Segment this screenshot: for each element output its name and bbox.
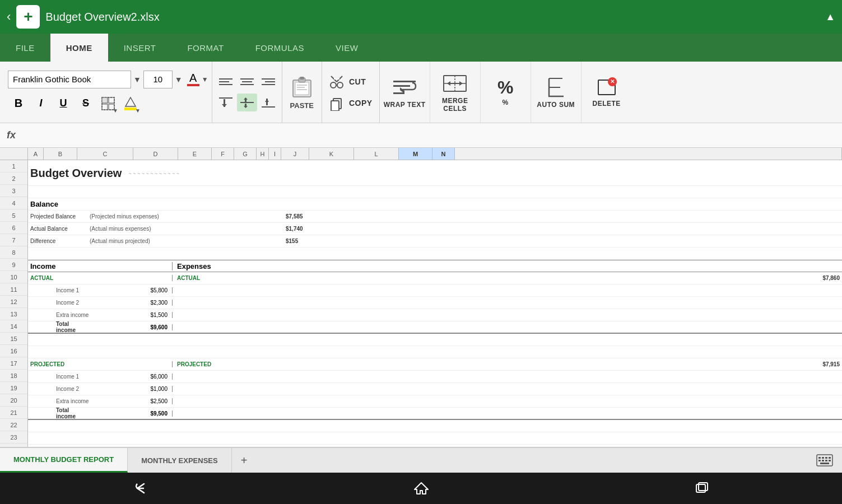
- col-header-I[interactable]: I: [269, 148, 281, 160]
- align-row-top: [216, 73, 278, 91]
- col-header-D[interactable]: D: [133, 148, 178, 160]
- add-sheet-button[interactable]: +: [232, 448, 257, 473]
- align-middle-button[interactable]: [237, 94, 257, 111]
- tab-monthly-budget-report[interactable]: MONTHLY BUDGET REPORT: [0, 448, 128, 473]
- col-header-B[interactable]: B: [44, 148, 77, 160]
- row-number-8: 8: [0, 246, 27, 259]
- row-empty-2: [28, 346, 842, 358]
- recent-nav-button[interactable]: [685, 477, 719, 500]
- svg-marker-18: [222, 104, 227, 107]
- col-header-N[interactable]: N: [432, 148, 455, 160]
- menu-insert[interactable]: INSERT: [108, 34, 172, 62]
- keyboard-button[interactable]: [807, 448, 842, 473]
- bold-button[interactable]: B: [8, 93, 29, 114]
- svg-rect-1: [102, 97, 108, 103]
- menu-view[interactable]: VIEW: [320, 34, 374, 62]
- col-header-F[interactable]: F: [212, 148, 234, 160]
- row-number-16: 16: [0, 345, 27, 357]
- spreadsheet-area: A B C D E F G H I J K L M N 123456789101…: [0, 148, 842, 447]
- formula-input[interactable]: [21, 127, 835, 144]
- col-header-C[interactable]: C: [77, 148, 133, 160]
- col-header-E[interactable]: E: [178, 148, 212, 160]
- cut-button[interactable]: CUT: [327, 73, 375, 91]
- font-name-row: Franklin Gothic Book ▼ 10 ▼ A ▼: [8, 71, 208, 88]
- corner-cell: [0, 148, 28, 160]
- col-header-J[interactable]: J: [281, 148, 309, 160]
- col-header-G[interactable]: G: [234, 148, 257, 160]
- back-nav-button[interactable]: [124, 477, 157, 500]
- align-top-button[interactable]: [216, 94, 236, 111]
- row-projected: PROJECTED PROJECTED $7,915: [28, 358, 842, 371]
- font-size-dropdown-icon[interactable]: ▼: [175, 75, 183, 84]
- row-number-4: 4: [0, 197, 27, 209]
- wrap-text-button[interactable]: WRAP TEXT: [380, 62, 430, 123]
- row-number-23: 23: [0, 431, 27, 444]
- col-header-A[interactable]: A: [28, 148, 44, 160]
- italic-button[interactable]: I: [30, 93, 52, 114]
- merge-cells-button[interactable]: MERGE CELLS: [430, 62, 481, 123]
- align-right-button[interactable]: [258, 73, 278, 91]
- delete-button[interactable]: ✕ DELETE: [582, 62, 632, 123]
- svg-rect-56: [818, 460, 821, 461]
- col-header-H[interactable]: H: [257, 148, 269, 160]
- percent-button[interactable]: % %: [481, 62, 531, 123]
- row-number-22: 22: [0, 419, 27, 431]
- col-header-K[interactable]: K: [309, 148, 354, 160]
- back-button[interactable]: ‹: [7, 10, 11, 24]
- svg-rect-13: [262, 78, 275, 80]
- toolbar: Franklin Gothic Book ▼ 10 ▼ A ▼ B I U S: [0, 62, 842, 123]
- font-size-input[interactable]: 10: [143, 71, 173, 88]
- sheet-tabs: MONTHLY BUDGET REPORT MONTHLY EXPENSES +: [0, 447, 842, 473]
- col-header-M[interactable]: M: [399, 148, 432, 160]
- font-color-button[interactable]: A: [187, 72, 199, 86]
- menu-file[interactable]: FILE: [0, 34, 50, 62]
- formula-bar: fx: [0, 123, 842, 148]
- font-name-input[interactable]: Franklin Gothic Book: [8, 71, 131, 88]
- tab-monthly-expenses[interactable]: MONTHLY EXPENSES: [128, 448, 232, 473]
- title-chevron: ▲: [825, 11, 835, 23]
- android-nav-bar: [0, 473, 842, 504]
- borders-button[interactable]: ▼: [97, 93, 119, 114]
- underline-button[interactable]: U: [53, 93, 74, 114]
- balance-label: Balance: [30, 200, 58, 208]
- app-icon: +: [16, 5, 40, 29]
- autosum-button[interactable]: AUTO SUM: [531, 62, 582, 123]
- svg-rect-11: [242, 81, 252, 82]
- copy-button[interactable]: COPY: [327, 94, 375, 112]
- svg-rect-29: [297, 85, 307, 86]
- row-number-7: 7: [0, 234, 27, 246]
- income-projected-label: PROJECTED: [28, 361, 173, 367]
- income-actual-label: ACTUAL: [28, 275, 173, 281]
- font-name-dropdown-icon[interactable]: ▼: [133, 75, 141, 84]
- align-left-button[interactable]: [216, 73, 236, 91]
- row-p-total: Total income $9,500: [28, 408, 842, 420]
- row-e1: [28, 420, 842, 432]
- col-header-L[interactable]: L: [354, 148, 399, 160]
- menu-home[interactable]: HOME: [50, 34, 108, 62]
- svg-rect-31: [297, 89, 307, 90]
- row-p3: Extra income $2,500: [28, 395, 842, 408]
- menu-formulas[interactable]: FORMULAS: [240, 34, 320, 62]
- svg-rect-15: [262, 84, 275, 85]
- row-number-2: 2: [0, 172, 27, 185]
- row-number-10: 10: [0, 271, 27, 283]
- proj-balance-desc: (Projected minus expenses): [90, 213, 174, 220]
- income-header: Income: [28, 262, 173, 270]
- menu-bar: FILE HOME INSERT FORMAT FORMULAS VIEW: [0, 34, 842, 62]
- cells-area[interactable]: Budget Overview ~ ~ ~ ~ ~ ~ ~ ~ ~ ~ ~ ~ …: [28, 160, 842, 447]
- font-color-dropdown-icon[interactable]: ▼: [202, 76, 208, 83]
- align-bottom-button[interactable]: [258, 94, 278, 111]
- highlight-button[interactable]: ▼: [120, 93, 141, 114]
- svg-rect-44: [393, 92, 404, 94]
- menu-format[interactable]: FORMAT: [171, 34, 239, 62]
- expenses-projected-val: $7,915: [822, 361, 840, 367]
- strikethrough-button[interactable]: S: [75, 93, 96, 114]
- proj-balance-label: Projected Balance: [28, 213, 90, 220]
- home-nav-button[interactable]: [404, 477, 438, 500]
- svg-rect-42: [393, 85, 410, 87]
- row-number-13: 13: [0, 308, 27, 320]
- paste-button[interactable]: PASTE: [290, 74, 314, 110]
- svg-rect-12: [240, 84, 254, 85]
- align-center-button[interactable]: [237, 73, 257, 91]
- row-2: [28, 186, 842, 198]
